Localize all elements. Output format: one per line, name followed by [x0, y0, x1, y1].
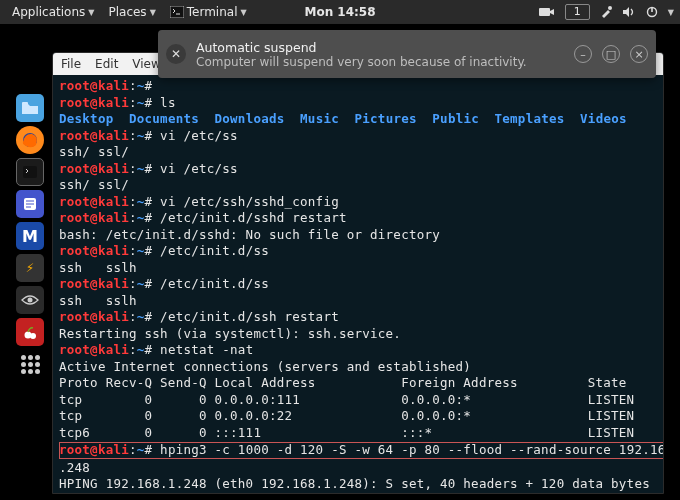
dock-text-editor-icon[interactable] [16, 190, 44, 218]
close-button[interactable]: × [630, 45, 648, 63]
system-menu-chevron-icon[interactable]: ▼ [668, 8, 674, 17]
svg-point-3 [608, 6, 612, 10]
cmd: vi /etc/ssh/sshd_config [160, 194, 339, 209]
cmd: /etc/init.d/ss [160, 276, 269, 291]
cmd-netstat: netstat -nat [160, 342, 253, 357]
cmd-hping-wrap: .248 [59, 460, 90, 475]
ps-path: ~ [137, 78, 145, 93]
ps-hash: # [145, 95, 161, 110]
output: bash: /etc/init.d/sshd: No such file or … [59, 227, 440, 242]
clock[interactable]: Mon 14:58 [304, 5, 375, 19]
netstat-cols: Proto Recv-Q Send-Q Local Address Foreig… [59, 375, 627, 390]
ps-sep: : [129, 161, 137, 176]
dock-wireshark-icon[interactable] [16, 286, 44, 314]
svg-rect-8 [23, 166, 37, 178]
cmd: vi /etc/ss [160, 128, 238, 143]
ps-hash: # [145, 309, 161, 324]
chevron-down-icon: ▼ [241, 8, 247, 17]
ps-path: ~ [137, 243, 145, 258]
workspace-indicator[interactable]: 1 [565, 4, 590, 20]
svg-point-15 [30, 333, 36, 339]
ps-sep: : [129, 210, 137, 225]
dock-zap-icon[interactable]: ⚡ [16, 254, 44, 282]
svg-rect-2 [539, 8, 550, 16]
cmd-ls: ls [160, 95, 176, 110]
svg-rect-0 [170, 6, 184, 18]
notification-close-icon[interactable]: ✕ [166, 44, 186, 64]
netstat-row: tcp 0 0 0.0.0.0:22 0.0.0.0:* LISTEN [59, 408, 634, 423]
ps-user: root@kali [59, 128, 129, 143]
dir: Pictures [355, 111, 417, 126]
dir: Desktop [59, 111, 113, 126]
power-icon[interactable] [646, 6, 658, 18]
top-panel: Applications ▼ Places ▼ Terminal ▼ Mon 1… [0, 0, 680, 24]
panel-left: Applications ▼ Places ▼ Terminal ▼ [6, 5, 253, 19]
brush-icon[interactable] [600, 6, 612, 18]
active-app-menu[interactable]: Terminal ▼ [164, 5, 253, 19]
highlighted-command: root@kali:~# hping3 -c 1000 -d 120 -S -w… [59, 442, 664, 459]
output: HPING 192.168.1.248 (eth0 192.168.1.248)… [59, 476, 650, 491]
ps-sep: : [129, 276, 137, 291]
ps-user: root@kali [59, 342, 129, 357]
output: ssh sslh [59, 293, 137, 308]
menu-file[interactable]: File [61, 57, 81, 71]
ps-hash: # [145, 194, 161, 209]
ps-sep: : [129, 442, 137, 457]
dock-show-apps-icon[interactable] [16, 350, 44, 378]
ps-hash: # [145, 78, 161, 93]
dock-metasploit-icon[interactable]: M [16, 222, 44, 250]
ps-sep: : [129, 194, 137, 209]
ps-path: ~ [137, 194, 145, 209]
output: ssh/ ssl/ [59, 144, 129, 159]
volume-icon[interactable] [622, 6, 636, 18]
ps-path: ~ [137, 128, 145, 143]
metasploit-label: M [22, 227, 38, 246]
dock-firefox-icon[interactable] [16, 126, 44, 154]
output: ssh sslh [59, 260, 137, 275]
ps-sep: : [129, 78, 137, 93]
netstat-header: Active Internet connections (servers and… [59, 359, 471, 374]
ps-sep: : [129, 95, 137, 110]
menu-edit[interactable]: Edit [95, 57, 118, 71]
svg-rect-6 [22, 102, 28, 105]
places-menu[interactable]: Places ▼ [102, 5, 161, 19]
dir: Videos [580, 111, 627, 126]
ps-user: root@kali [59, 309, 129, 324]
ps-user: root@kali [59, 161, 129, 176]
applications-menu[interactable]: Applications ▼ [6, 5, 100, 19]
close-icon: ✕ [171, 47, 181, 61]
ps-sep: : [129, 128, 137, 143]
cmd-hping: hping3 -c 1000 -d 120 -S -w 64 -p 80 --f… [160, 442, 664, 457]
ps-user: root@kali [59, 194, 129, 209]
dock-terminal-icon[interactable] [16, 158, 44, 186]
dock-files-icon[interactable] [16, 94, 44, 122]
applications-label: Applications [12, 5, 85, 19]
output: ssh/ ssl/ [59, 177, 129, 192]
maximize-button[interactable]: □ [602, 45, 620, 63]
ps-path: ~ [137, 342, 145, 357]
output: Restarting ssh (via systemctl): ssh.serv… [59, 326, 401, 341]
dir: Downloads [215, 111, 285, 126]
ps-hash: # [145, 342, 161, 357]
ps-sep: : [129, 309, 137, 324]
terminal-icon [170, 6, 184, 18]
zap-label: ⚡ [26, 261, 34, 275]
dock-cherrytree-icon[interactable] [16, 318, 44, 346]
ps-user: root@kali [59, 210, 129, 225]
window-controls: – □ × [574, 45, 648, 63]
menu-view[interactable]: View [132, 57, 160, 71]
minimize-button[interactable]: – [574, 45, 592, 63]
terminal-body[interactable]: root@kali:~# root@kali:~# ls Desktop Doc… [53, 75, 663, 494]
cmd: /etc/init.d/ss [160, 243, 269, 258]
notification: ✕ Automatic suspend Computer will suspen… [158, 30, 656, 78]
chevron-down-icon: ▼ [88, 8, 94, 17]
chevron-down-icon: ▼ [150, 8, 156, 17]
svg-point-13 [28, 298, 33, 303]
ps-path: ~ [137, 95, 145, 110]
dir: Music [300, 111, 339, 126]
dock: M ⚡ [16, 94, 46, 378]
ps-sep: : [129, 243, 137, 258]
ps-hash: # [145, 276, 161, 291]
dir: Public [432, 111, 479, 126]
camera-icon[interactable] [539, 6, 555, 18]
